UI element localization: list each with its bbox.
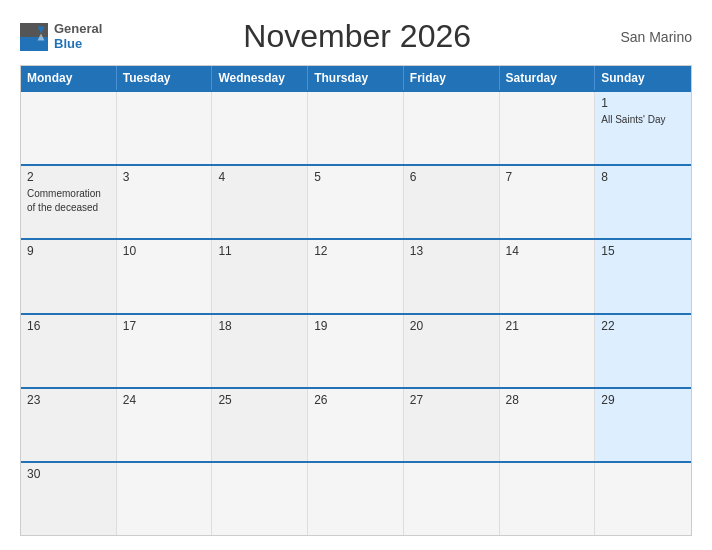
day-number: 25 — [218, 393, 301, 407]
calendar-cell-w6-d4 — [308, 463, 404, 535]
day-number: 6 — [410, 170, 493, 184]
calendar-cell-w1-d3 — [212, 92, 308, 164]
calendar-cell-w4-d3: 18 — [212, 315, 308, 387]
calendar-cell-w1-d1 — [21, 92, 117, 164]
calendar-cell-w4-d4: 19 — [308, 315, 404, 387]
calendar-cell-w2-d3: 4 — [212, 166, 308, 238]
calendar-cell-w1-d6 — [500, 92, 596, 164]
country-label: San Marino — [612, 29, 692, 45]
logo-blue: Blue — [54, 37, 102, 51]
day-number: 15 — [601, 244, 685, 258]
calendar-cell-w1-d5 — [404, 92, 500, 164]
calendar-cell-w5-d6: 28 — [500, 389, 596, 461]
day-number: 16 — [27, 319, 110, 333]
calendar-cell-w6-d3 — [212, 463, 308, 535]
calendar-cell-w4-d2: 17 — [117, 315, 213, 387]
day-number: 13 — [410, 244, 493, 258]
day-number: 9 — [27, 244, 110, 258]
calendar-cell-w3-d1: 9 — [21, 240, 117, 312]
day-event: Commemoration of the deceased — [27, 188, 101, 213]
day-number: 26 — [314, 393, 397, 407]
day-number: 10 — [123, 244, 206, 258]
calendar-week-6: 30 — [21, 461, 691, 535]
calendar-cell-w6-d2 — [117, 463, 213, 535]
logo-icon — [20, 23, 48, 51]
calendar-cell-w3-d6: 14 — [500, 240, 596, 312]
day-number: 5 — [314, 170, 397, 184]
calendar-cell-w6-d5 — [404, 463, 500, 535]
calendar-cell-w5-d7: 29 — [595, 389, 691, 461]
day-event: All Saints' Day — [601, 114, 665, 125]
day-number: 1 — [601, 96, 685, 110]
header-tuesday: Tuesday — [117, 66, 213, 90]
calendar-cell-w3-d5: 13 — [404, 240, 500, 312]
logo-general: General — [54, 22, 102, 36]
day-number: 21 — [506, 319, 589, 333]
calendar-cell-w4-d6: 21 — [500, 315, 596, 387]
calendar-cell-w5-d5: 27 — [404, 389, 500, 461]
calendar-cell-w3-d7: 15 — [595, 240, 691, 312]
day-number: 30 — [27, 467, 110, 481]
day-number: 29 — [601, 393, 685, 407]
calendar-body: 1All Saints' Day2Commemoration of the de… — [21, 90, 691, 535]
calendar-cell-w2-d1: 2Commemoration of the deceased — [21, 166, 117, 238]
calendar-cell-w3-d2: 10 — [117, 240, 213, 312]
calendar-week-2: 2Commemoration of the deceased345678 — [21, 164, 691, 238]
calendar-week-5: 23242526272829 — [21, 387, 691, 461]
day-number: 3 — [123, 170, 206, 184]
calendar-cell-w2-d4: 5 — [308, 166, 404, 238]
day-number: 18 — [218, 319, 301, 333]
day-number: 22 — [601, 319, 685, 333]
day-number: 8 — [601, 170, 685, 184]
calendar-cell-w6-d7 — [595, 463, 691, 535]
calendar-weekday-header: Monday Tuesday Wednesday Thursday Friday… — [21, 66, 691, 90]
logo: General Blue — [20, 22, 102, 51]
calendar-cell-w1-d4 — [308, 92, 404, 164]
calendar-cell-w4-d1: 16 — [21, 315, 117, 387]
calendar-grid: Monday Tuesday Wednesday Thursday Friday… — [20, 65, 692, 536]
calendar-cell-w6-d6 — [500, 463, 596, 535]
day-number: 12 — [314, 244, 397, 258]
calendar-page: General Blue November 2026 San Marino Mo… — [0, 0, 712, 550]
calendar-week-4: 16171819202122 — [21, 313, 691, 387]
day-number: 24 — [123, 393, 206, 407]
svg-rect-0 — [20, 23, 48, 37]
logo-text: General Blue — [54, 22, 102, 51]
header-wednesday: Wednesday — [212, 66, 308, 90]
day-number: 2 — [27, 170, 110, 184]
header-sunday: Sunday — [595, 66, 691, 90]
calendar-cell-w4-d5: 20 — [404, 315, 500, 387]
header-monday: Monday — [21, 66, 117, 90]
calendar-cell-w3-d4: 12 — [308, 240, 404, 312]
calendar-cell-w2-d7: 8 — [595, 166, 691, 238]
day-number: 20 — [410, 319, 493, 333]
day-number: 11 — [218, 244, 301, 258]
header-friday: Friday — [404, 66, 500, 90]
day-number: 14 — [506, 244, 589, 258]
calendar-cell-w2-d5: 6 — [404, 166, 500, 238]
calendar-cell-w2-d6: 7 — [500, 166, 596, 238]
day-number: 7 — [506, 170, 589, 184]
day-number: 27 — [410, 393, 493, 407]
calendar-cell-w4-d7: 22 — [595, 315, 691, 387]
day-number: 23 — [27, 393, 110, 407]
calendar-cell-w2-d2: 3 — [117, 166, 213, 238]
calendar-cell-w5-d4: 26 — [308, 389, 404, 461]
header-saturday: Saturday — [500, 66, 596, 90]
header-thursday: Thursday — [308, 66, 404, 90]
calendar-cell-w5-d2: 24 — [117, 389, 213, 461]
calendar-cell-w3-d3: 11 — [212, 240, 308, 312]
calendar-week-1: 1All Saints' Day — [21, 90, 691, 164]
calendar-cell-w5-d1: 23 — [21, 389, 117, 461]
calendar-cell-w6-d1: 30 — [21, 463, 117, 535]
month-title: November 2026 — [102, 18, 612, 55]
calendar-cell-w5-d3: 25 — [212, 389, 308, 461]
day-number: 4 — [218, 170, 301, 184]
day-number: 28 — [506, 393, 589, 407]
calendar-header: General Blue November 2026 San Marino — [20, 18, 692, 55]
calendar-week-3: 9101112131415 — [21, 238, 691, 312]
calendar-cell-w1-d2 — [117, 92, 213, 164]
day-number: 19 — [314, 319, 397, 333]
calendar-cell-w1-d7: 1All Saints' Day — [595, 92, 691, 164]
day-number: 17 — [123, 319, 206, 333]
